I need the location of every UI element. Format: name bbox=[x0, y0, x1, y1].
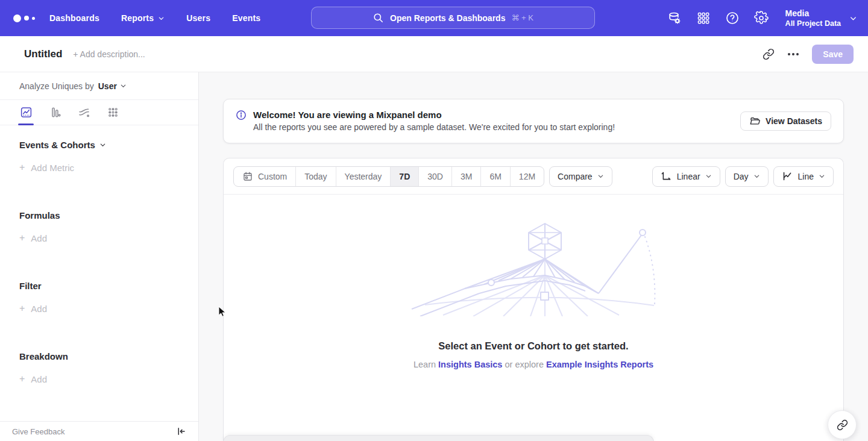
nav-item-events[interactable]: Events bbox=[232, 13, 260, 23]
apps-grid-icon[interactable] bbox=[696, 11, 711, 25]
analyze-by-dropdown[interactable]: User bbox=[98, 81, 127, 91]
range-label: 30D bbox=[427, 172, 443, 181]
insights-basics-link[interactable]: Insights Basics bbox=[438, 360, 502, 369]
analyze-value: User bbox=[98, 81, 117, 91]
learn-prefix: Learn bbox=[414, 360, 436, 369]
add-label: Add Metric bbox=[31, 163, 74, 173]
give-feedback-link[interactable]: Give Feedback bbox=[12, 427, 64, 436]
analyze-row: Analyze Uniques by User bbox=[0, 72, 198, 100]
chevron-down-icon bbox=[819, 173, 825, 180]
search-shortcut: ⌘ + K bbox=[511, 13, 533, 22]
section-title: Formulas bbox=[19, 210, 60, 220]
report-header-actions: Save bbox=[763, 45, 854, 64]
add-label: Add bbox=[31, 374, 47, 384]
chevron-down-icon bbox=[99, 142, 106, 148]
copy-link-icon[interactable] bbox=[763, 48, 775, 60]
range-yesterday[interactable]: Yesterday bbox=[336, 167, 391, 186]
project-selector[interactable]: Media All Project Data bbox=[785, 8, 857, 28]
empty-state-links: Learn Insights Basics or explore Example… bbox=[414, 360, 653, 369]
section-filter: Filter + Add bbox=[0, 266, 198, 314]
range-12m[interactable]: 12M bbox=[510, 167, 544, 186]
view-datasets-label: View Datasets bbox=[766, 116, 822, 126]
add-filter-button[interactable]: + Add bbox=[19, 303, 179, 314]
info-icon bbox=[236, 110, 247, 120]
range-6m[interactable]: 6M bbox=[480, 167, 509, 186]
plus-icon: + bbox=[19, 162, 25, 173]
range-today[interactable]: Today bbox=[295, 167, 335, 186]
nav-item-label: Dashboards bbox=[49, 13, 99, 23]
tab-flows-chart[interactable] bbox=[77, 102, 90, 123]
range-30d[interactable]: 30D bbox=[418, 167, 451, 186]
range-label: 12M bbox=[519, 172, 535, 181]
collapse-sidebar-icon[interactable] bbox=[175, 426, 186, 437]
chart-controls-row: Custom Today Yesterday 7D 30D 3M 6M 12M … bbox=[224, 158, 843, 195]
global-search[interactable]: Open Reports & Dashboards ⌘ + K bbox=[311, 7, 595, 29]
view-datasets-button[interactable]: View Datasets bbox=[740, 111, 831, 131]
tab-metrics-grid[interactable] bbox=[106, 102, 119, 123]
nav-right: Media All Project Data bbox=[667, 0, 857, 36]
scale-dropdown[interactable]: Linear bbox=[652, 166, 720, 187]
link-icon bbox=[837, 419, 848, 431]
add-label: Add bbox=[31, 233, 47, 243]
data-management-icon[interactable] bbox=[667, 11, 682, 25]
nav-item-label: Events bbox=[232, 13, 260, 23]
add-formula-button[interactable]: + Add bbox=[19, 233, 179, 243]
plus-icon: + bbox=[19, 233, 25, 243]
folder-icon bbox=[749, 116, 760, 127]
chevron-down-icon bbox=[120, 83, 127, 89]
chart-type-tabs bbox=[0, 100, 198, 125]
query-sidebar: Analyze Uniques by User Events & Cohorts… bbox=[0, 72, 199, 441]
tab-bar-chart[interactable] bbox=[48, 102, 61, 123]
line-chart-icon bbox=[782, 170, 793, 182]
nav-item-users[interactable]: Users bbox=[186, 13, 210, 23]
welcome-banner: Welcome! You are viewing a Mixpanel demo… bbox=[223, 99, 844, 143]
mixpanel-logo[interactable] bbox=[13, 14, 37, 22]
bar-chart-icon bbox=[49, 106, 61, 119]
tab-line-chart[interactable] bbox=[19, 102, 33, 123]
save-button[interactable]: Save bbox=[812, 45, 854, 64]
metrics-grid-icon bbox=[107, 106, 119, 119]
axis-icon bbox=[661, 170, 672, 182]
insights-report-card: Custom Today Yesterday 7D 30D 3M 6M 12M … bbox=[223, 158, 844, 441]
plus-icon: + bbox=[19, 374, 25, 384]
report-description-placeholder[interactable]: + Add description... bbox=[73, 49, 145, 59]
share-link-fab[interactable] bbox=[828, 410, 857, 439]
chart-type-label: Line bbox=[798, 172, 814, 181]
add-label: Add bbox=[31, 304, 47, 314]
calendar-icon bbox=[242, 171, 253, 182]
report-header: Untitled + Add description... Save bbox=[0, 36, 868, 72]
nav-item-dashboards[interactable]: Dashboards bbox=[49, 13, 99, 23]
section-events-cohorts: Events & Cohorts + Add Metric bbox=[0, 125, 198, 173]
chevron-down-icon bbox=[705, 173, 712, 180]
bottom-panel-peek[interactable] bbox=[223, 435, 654, 441]
banner-text: Welcome! You are viewing a Mixpanel demo… bbox=[253, 108, 615, 134]
report-title[interactable]: Untitled bbox=[24, 48, 62, 60]
banner-subtitle: All the reports you see are powered by a… bbox=[253, 121, 615, 134]
compare-button[interactable]: Compare bbox=[549, 166, 612, 187]
nav-item-label: Users bbox=[186, 13, 210, 23]
nav-item-label: Reports bbox=[121, 13, 154, 23]
sidebar-footer: Give Feedback bbox=[0, 421, 198, 441]
range-custom[interactable]: Custom bbox=[234, 167, 295, 186]
add-breakdown-button[interactable]: + Add bbox=[19, 374, 179, 384]
help-icon[interactable] bbox=[725, 11, 740, 25]
logo-dot-medium bbox=[24, 16, 29, 20]
range-label: 7D bbox=[399, 172, 410, 181]
interval-dropdown[interactable]: Day bbox=[725, 166, 769, 187]
explore-middle: or explore bbox=[505, 360, 543, 369]
events-cohorts-header[interactable]: Events & Cohorts bbox=[19, 140, 179, 150]
logo-dot-large bbox=[13, 14, 21, 22]
example-insights-reports-link[interactable]: Example Insights Reports bbox=[546, 360, 653, 369]
analyze-label: Analyze Uniques by bbox=[19, 81, 94, 91]
empty-state-illustration bbox=[407, 220, 660, 316]
range-7d[interactable]: 7D bbox=[390, 167, 418, 186]
nav-item-reports[interactable]: Reports bbox=[121, 13, 165, 23]
add-metric-button[interactable]: + Add Metric bbox=[19, 162, 179, 173]
settings-gear-icon[interactable] bbox=[754, 11, 769, 25]
section-title: Breakdown bbox=[19, 351, 68, 361]
more-options-icon[interactable] bbox=[788, 53, 799, 55]
chart-type-dropdown[interactable]: Line bbox=[773, 166, 834, 187]
range-3m[interactable]: 3M bbox=[451, 167, 480, 186]
chevron-down-icon bbox=[597, 173, 604, 180]
scale-label: Linear bbox=[677, 172, 700, 181]
